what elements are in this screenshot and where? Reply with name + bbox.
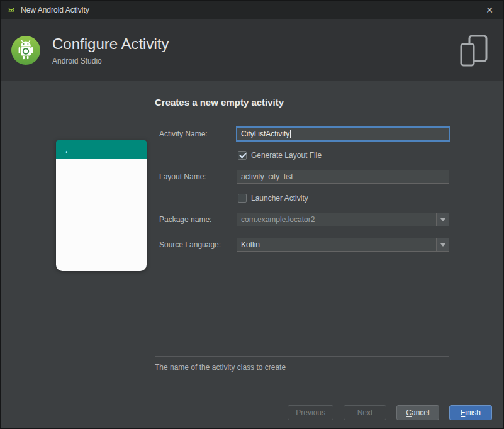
- package-name-value[interactable]: com.example.locator2: [237, 213, 436, 226]
- android-icon: [6, 5, 16, 15]
- titlebar: New Android Activity ✕: [1, 1, 503, 20]
- android-studio-logo-icon: [9, 34, 42, 67]
- window-title: New Android Activity: [21, 6, 89, 14]
- package-name-dropdown-button[interactable]: [436, 213, 449, 226]
- next-button[interactable]: Next: [344, 405, 386, 420]
- layout-name-input[interactable]: activity_city_list: [237, 170, 449, 184]
- source-language-label: Source Language:: [159, 238, 221, 252]
- preview-appbar: ←: [56, 140, 147, 159]
- wizard-header: Configure Activity Android Studio: [1, 20, 503, 81]
- layout-name-label: Layout Name:: [159, 170, 206, 184]
- source-language-combobox[interactable]: Kotlin: [237, 238, 449, 252]
- package-name-label: Package name:: [159, 213, 211, 226]
- field-hint: The name of the activity class to create: [155, 363, 286, 372]
- finish-button[interactable]: Finish: [449, 405, 492, 420]
- layout-name-value: activity_city_list: [241, 172, 293, 181]
- launcher-activity-checkbox[interactable]: [238, 194, 247, 203]
- text-caret: [290, 130, 291, 138]
- generate-layout-label: Generate Layout File: [251, 151, 322, 160]
- devices-icon: [459, 35, 488, 67]
- source-language-value[interactable]: Kotlin: [237, 238, 436, 251]
- activity-name-value: CityListActivity: [241, 130, 289, 138]
- launcher-activity-checkbox-row[interactable]: Launcher Activity: [238, 194, 308, 203]
- preview-body: [56, 159, 147, 271]
- form-separator: [155, 356, 449, 357]
- activity-name-input[interactable]: CityListActivity: [237, 127, 449, 141]
- chevron-down-icon: [440, 243, 445, 247]
- wizard-subtitle: Android Studio: [52, 57, 169, 65]
- wizard-content: ← Creates a new empty activity Activity …: [1, 81, 503, 396]
- form-heading: Creates a new empty activity: [155, 97, 284, 108]
- wizard-title: Configure Activity: [52, 35, 169, 53]
- activity-name-label: Activity Name:: [159, 127, 208, 141]
- cancel-button[interactable]: Cancel: [396, 405, 439, 420]
- new-android-activity-dialog: New Android Activity ✕ Configure Activ: [0, 0, 504, 429]
- launcher-activity-label: Launcher Activity: [251, 194, 308, 203]
- previous-button[interactable]: Previous: [288, 405, 333, 420]
- source-language-dropdown-button[interactable]: [436, 238, 449, 251]
- generate-layout-checkbox[interactable]: [238, 151, 247, 160]
- generate-layout-checkbox-row[interactable]: Generate Layout File: [238, 151, 322, 160]
- chevron-down-icon: [440, 218, 445, 221]
- close-button[interactable]: ✕: [483, 4, 496, 16]
- wizard-header-text: Configure Activity Android Studio: [52, 35, 169, 65]
- back-arrow-icon: ←: [64, 145, 73, 155]
- package-name-combobox[interactable]: com.example.locator2: [237, 213, 449, 226]
- activity-preview: ←: [56, 140, 147, 271]
- button-bar: Previous Next Cancel Finish: [1, 396, 503, 428]
